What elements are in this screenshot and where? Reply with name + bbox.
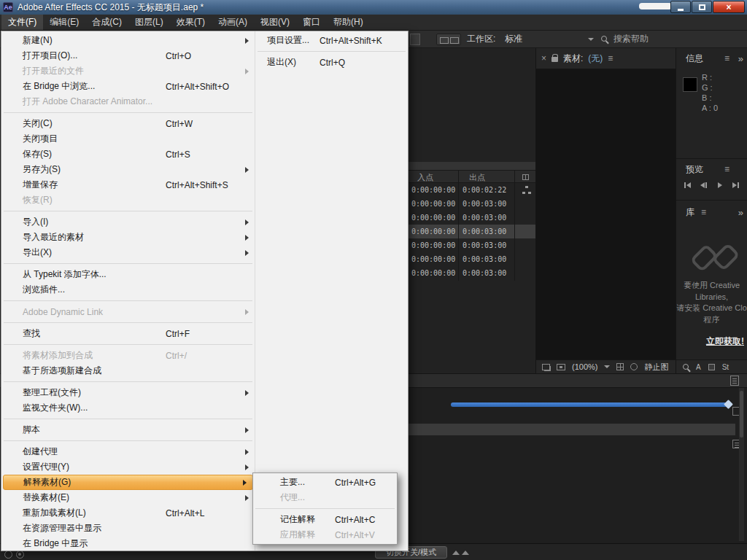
menu-item[interactable] — [1, 319, 255, 326]
menubar-item[interactable]: 帮助(H) — [327, 15, 370, 30]
menu-item[interactable]: 关闭(C) Ctrl+W — [1, 116, 255, 131]
library-panel-title[interactable]: 库 — [686, 206, 694, 219]
expand-arrows[interactable] — [452, 551, 469, 555]
submenu-item[interactable] — [253, 505, 397, 512]
lock-icon[interactable] — [551, 57, 558, 62]
maximize-button[interactable] — [692, 1, 712, 13]
submenu-item[interactable]: 主要... Ctrl+Alt+G — [253, 475, 397, 490]
menu-item[interactable]: 保存(S) Ctrl+S — [1, 147, 255, 162]
menu-item[interactable]: 整理工程(文件) — [1, 385, 255, 400]
menu-item[interactable] — [1, 438, 255, 444]
submenu-item[interactable]: 记住解释 Ctrl+Alt+C — [253, 512, 397, 527]
search-help-field[interactable]: 搜索帮助 — [614, 31, 649, 47]
close-button[interactable]: × — [713, 1, 745, 13]
timeline-navigator-bar[interactable] — [451, 402, 731, 407]
footage-row[interactable]: 0:00:00:00 0:00:03:00 — [407, 211, 535, 225]
menu-item[interactable]: 浏览插件... — [1, 282, 255, 298]
footage-row[interactable]: 0:00:00:00 0:00:02:22 — [407, 183, 535, 197]
submenu-item[interactable]: 代理... — [253, 490, 397, 505]
menu-item[interactable]: 设置代理(Y) — [1, 459, 255, 475]
navigator-handle[interactable] — [724, 400, 733, 409]
panel-overflow-icon[interactable]: » — [738, 207, 743, 218]
panel-menu-icon[interactable]: ≡ — [701, 207, 706, 217]
menubar-item[interactable]: 图层(L) — [128, 15, 170, 30]
in-point-column-header[interactable]: 入点 — [417, 172, 433, 183]
menu-item[interactable]: 查找 Ctrl+F — [1, 326, 255, 341]
menu-item[interactable]: 打开最近的文件 — [1, 63, 255, 79]
menu-item[interactable]: Adobe Dynamic Link — [1, 304, 255, 319]
tool-icon[interactable] — [410, 34, 420, 45]
menu-item[interactable]: 增量保存 Ctrl+Alt+Shift+S — [1, 177, 255, 192]
workspace-value[interactable]: 标准 — [505, 31, 522, 47]
menubar-item[interactable]: 编辑(E) — [43, 15, 85, 30]
menu-item[interactable]: 创建代理 — [1, 444, 255, 459]
menu-item[interactable]: 恢复(R) — [1, 192, 255, 208]
panel-menu-icon[interactable]: ≡ — [724, 164, 729, 174]
preview-panel-title[interactable]: 预览 — [686, 163, 703, 176]
menu-item[interactable]: 退出(X) Ctrl+Q — [255, 55, 408, 70]
menubar-item[interactable]: 合成(C) — [85, 15, 128, 30]
menu-item[interactable]: 另存为(S) — [1, 162, 255, 177]
menu-item[interactable] — [1, 109, 255, 116]
out-point-column-header[interactable]: 出点 — [469, 172, 485, 183]
play-button[interactable] — [713, 179, 726, 191]
zoom-dropdown-icon[interactable] — [604, 365, 610, 368]
menu-item[interactable]: 导出(X) — [1, 245, 255, 260]
footage-tab-label[interactable]: 素材: — [563, 52, 583, 65]
workspace-icon[interactable] — [436, 34, 461, 45]
adobe-stock-icon[interactable]: St — [722, 363, 729, 371]
timeline-scrollbar[interactable] — [739, 388, 744, 541]
menu-item[interactable] — [1, 298, 255, 304]
menu-item[interactable]: 新建(N) — [1, 33, 255, 48]
footage-row[interactable]: 0:00:00:00 0:00:03:00 — [407, 266, 535, 280]
timeline-toggle-icon[interactable] — [4, 551, 12, 559]
menu-item[interactable]: 项目设置... Ctrl+Alt+Shift+K — [255, 33, 408, 48]
menu-item[interactable] — [1, 341, 255, 348]
go-to-start-button[interactable] — [681, 179, 694, 191]
minimize-button[interactable] — [670, 1, 691, 13]
scrollbar-thumb[interactable] — [740, 391, 743, 438]
zoom-level[interactable]: (100%) — [572, 362, 597, 371]
menu-item[interactable] — [1, 378, 255, 385]
menu-item[interactable]: 重新加载素材(L) Ctrl+Alt+L — [1, 505, 255, 521]
channels-icon[interactable] — [557, 364, 565, 370]
grid-guides-icon[interactable] — [616, 363, 624, 370]
menubar-item[interactable]: 效果(T) — [170, 15, 212, 30]
menu-item[interactable]: 替换素材(E) — [1, 490, 255, 505]
footage-row[interactable]: 0:00:00:00 0:00:03:00 — [407, 252, 535, 266]
menu-item[interactable]: 在 Bridge 中显示 — [1, 536, 255, 551]
workspace-dropdown-icon[interactable] — [588, 38, 594, 41]
menu-item[interactable]: 解释素材(G) — [3, 475, 253, 490]
menu-item[interactable]: 脚本 — [1, 422, 255, 438]
menubar-item[interactable]: 文件(F) — [1, 15, 43, 30]
menu-item[interactable]: 打开 Adobe Character Animator... — [1, 94, 255, 109]
submenu-item[interactable]: 应用解释 Ctrl+Alt+V — [253, 527, 397, 542]
menu-item[interactable]: 监视文件夹(W)... — [1, 400, 255, 416]
menubar-item[interactable]: 动画(A) — [212, 15, 254, 30]
menu-item[interactable]: 基于所选项新建合成 — [1, 363, 255, 378]
snapshot-icon[interactable] — [542, 364, 550, 370]
panel-close-icon[interactable]: × — [541, 53, 546, 63]
previous-frame-button[interactable] — [697, 179, 710, 191]
time-icon[interactable] — [630, 363, 638, 370]
menu-item[interactable] — [1, 208, 255, 214]
menubar-item[interactable]: 窗口 — [296, 15, 327, 30]
character-style-icon[interactable]: A — [696, 363, 701, 371]
menu-item[interactable]: 将素材添加到合成 Ctrl+/ — [1, 348, 255, 363]
timeline-toggle-icon[interactable] — [16, 551, 24, 559]
menu-item[interactable] — [255, 48, 408, 55]
menu-item[interactable]: 从 Typekit 添加字体... — [1, 267, 255, 282]
info-panel-title[interactable]: 信息 — [686, 52, 703, 65]
menu-item[interactable]: 在 Bridge 中浏览... Ctrl+Alt+Shift+O — [1, 79, 255, 94]
menubar-item[interactable]: 视图(V) — [254, 15, 296, 30]
footage-row[interactable]: 0:00:00:00 0:00:03:00 — [407, 238, 535, 252]
menu-item[interactable]: 导入(I) — [1, 214, 255, 230]
menu-item[interactable] — [1, 260, 255, 267]
footage-row[interactable]: 0:00:00:00 0:00:03:00 — [407, 197, 535, 211]
next-frame-button[interactable] — [729, 179, 742, 191]
menu-item[interactable]: 导入最近的素材 — [1, 230, 255, 245]
panel-menu-icon[interactable]: ≡ — [724, 53, 729, 63]
stock-search-icon[interactable] — [683, 364, 689, 370]
layer-color-icon[interactable] — [708, 364, 715, 370]
panel-menu-icon[interactable]: ≡ — [608, 53, 613, 63]
